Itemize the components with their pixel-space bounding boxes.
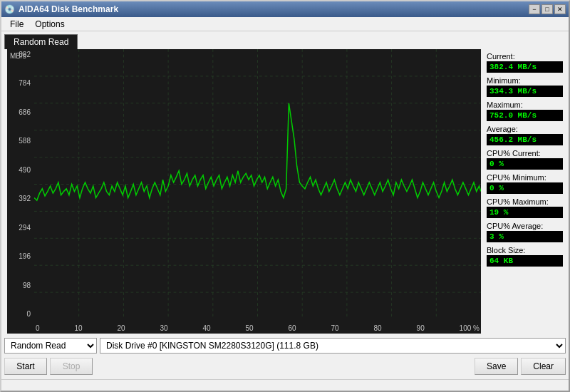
x-label-50: 50 [246, 324, 254, 332]
stat-average-value: 456.2 MB/s [487, 134, 563, 145]
maximize-button[interactable]: □ [542, 4, 553, 14]
x-label-70: 70 [331, 324, 339, 332]
stat-minimum-value: 334.3 MB/s [487, 86, 563, 97]
start-button[interactable]: Start [4, 358, 47, 375]
menu-file[interactable]: File [4, 18, 29, 31]
stat-maximum-group: Maximum: 752.0 MB/s [487, 100, 563, 121]
drive-select[interactable]: Disk Drive #0 [KINGSTON SM2280S3120G] (1… [100, 338, 566, 354]
save-button[interactable]: Save [475, 358, 518, 375]
x-axis-labels: 0 10 20 30 40 50 60 70 80 90 100 % [34, 324, 481, 332]
stat-current-group: Current: 382.4 MB/s [487, 52, 563, 73]
stat-minimum-label: Minimum: [487, 76, 563, 85]
tab-bar: Random Read [1, 31, 569, 49]
controls-row2: Start Stop Save Clear [4, 358, 566, 375]
y-label-294: 294 [9, 224, 33, 232]
stat-cpu-maximum-value: 19 % [487, 207, 563, 218]
tab-random-read[interactable]: Random Read [4, 34, 78, 49]
y-label-882: 882 [9, 51, 33, 58]
stat-cpu-minimum-group: CPU% Minimum: 0 % [487, 173, 563, 194]
x-label-20: 20 [117, 324, 125, 332]
stat-current-value: 382.4 MB/s [487, 61, 563, 73]
stat-block-size-value: 64 KB [487, 255, 563, 267]
main-window: 💿 AIDA64 Disk Benchmark − □ ✕ File Optio… [0, 0, 570, 392]
stat-cpu-minimum-value: 0 % [487, 182, 563, 194]
stat-current-label: Current: [487, 52, 563, 61]
menu-bar: File Options [1, 17, 569, 31]
stat-cpu-maximum-group: CPU% Maximum: 19 % [487, 197, 563, 218]
menu-options[interactable]: Options [29, 18, 70, 31]
chart-canvas [34, 49, 481, 319]
y-label-686: 686 [9, 108, 33, 116]
app-icon: 💿 [4, 4, 16, 15]
stat-cpu-minimum-label: CPU% Minimum: [487, 173, 563, 182]
x-label-80: 80 [374, 324, 382, 332]
stat-cpu-current-label: CPU% Current: [487, 149, 563, 158]
stat-maximum-value: 752.0 MB/s [487, 110, 563, 121]
stat-cpu-current-group: CPU% Current: 0 % [487, 149, 563, 170]
stat-block-size-label: Block Size: [487, 246, 563, 254]
controls-row1: Random Read Sequential Read Sequential W… [4, 338, 566, 354]
stat-minimum-group: Minimum: 334.3 MB/s [487, 76, 563, 97]
x-label-10: 10 [74, 324, 82, 332]
chart-area: MB/s 00:30 882 784 686 588 490 392 294 1… [7, 49, 481, 334]
bottom-controls: Random Read Sequential Read Sequential W… [1, 334, 569, 379]
x-label-60: 60 [289, 324, 296, 332]
x-label-0: 0 [36, 324, 40, 332]
y-label-490: 490 [9, 166, 33, 174]
stat-cpu-average-group: CPU% Average: 3 % [487, 222, 563, 242]
y-axis-labels: 882 784 686 588 490 392 294 196 98 0 [7, 49, 34, 319]
x-label-100: 100 % [460, 324, 480, 332]
stat-average-group: Average: 456.2 MB/s [487, 125, 563, 145]
x-label-90: 90 [417, 324, 425, 332]
stat-maximum-label: Maximum: [487, 100, 563, 109]
y-label-784: 784 [9, 79, 33, 87]
minimize-button[interactable]: − [529, 4, 540, 14]
x-label-40: 40 [203, 324, 211, 332]
close-button[interactable]: ✕ [554, 4, 566, 14]
stat-average-label: Average: [487, 125, 563, 133]
stat-block-size-group: Block Size: 64 KB [487, 246, 563, 267]
y-label-392: 392 [9, 195, 33, 202]
stat-cpu-average-value: 3 % [487, 231, 563, 242]
title-bar: 💿 AIDA64 Disk Benchmark − □ ✕ [1, 1, 569, 17]
title-bar-controls: − □ ✕ [529, 4, 566, 14]
y-label-98: 98 [9, 282, 33, 289]
test-type-select[interactable]: Random Read Sequential Read Sequential W… [4, 338, 97, 354]
y-label-196: 196 [9, 252, 33, 260]
window-title: AIDA64 Disk Benchmark [19, 4, 118, 14]
clear-button[interactable]: Clear [521, 358, 566, 375]
x-label-30: 30 [160, 324, 167, 332]
stop-button[interactable]: Stop [50, 358, 93, 375]
y-label-0: 0 [9, 310, 33, 318]
stat-cpu-current-value: 0 % [487, 158, 563, 170]
status-bar [1, 379, 569, 391]
stats-panel: Current: 382.4 MB/s Minimum: 334.3 MB/s … [484, 49, 566, 334]
y-label-588: 588 [9, 137, 33, 145]
stat-cpu-maximum-label: CPU% Maximum: [487, 197, 563, 206]
chart-container: MB/s 00:30 882 784 686 588 490 392 294 1… [7, 49, 481, 334]
stat-cpu-average-label: CPU% Average: [487, 222, 563, 230]
title-bar-left: 💿 AIDA64 Disk Benchmark [4, 4, 118, 15]
